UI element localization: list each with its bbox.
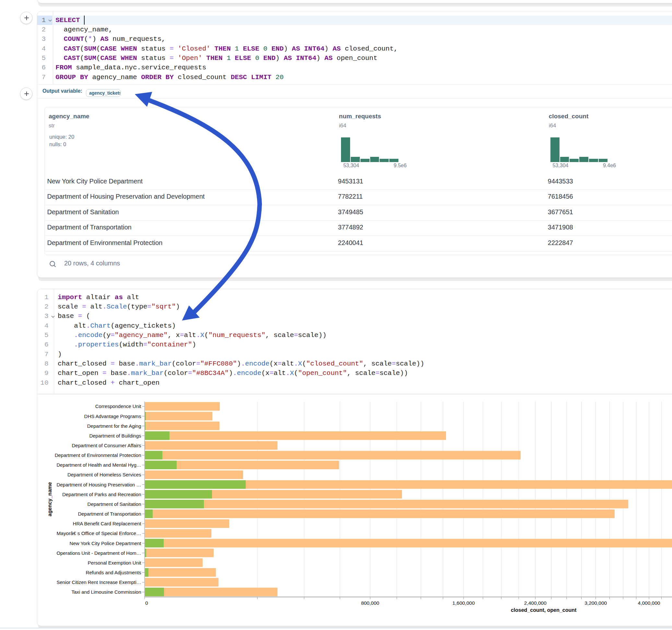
svg-text:2,400,000: 2,400,000 (524, 600, 547, 606)
svg-text:Mayorâ€ s Office of Special En: Mayorâ€ s Office of Special Enforce… (57, 531, 141, 536)
svg-text:Operations Unit - Department o: Operations Unit - Department of Hom… (57, 550, 141, 556)
svg-text:Department of Homeless Service: Department of Homeless Services (67, 472, 141, 477)
svg-text:Department of Transportation: Department of Transportation (78, 511, 141, 516)
svg-text:3,200,000: 3,200,000 (584, 600, 607, 606)
svg-text:1,600,000: 1,600,000 (453, 600, 475, 606)
svg-text:DHS Advantage Programs: DHS Advantage Programs (84, 413, 141, 419)
svg-text:New York City Police Departmen: New York City Police Department (70, 540, 142, 546)
svg-text:closed_count, open_count: closed_count, open_count (511, 607, 577, 613)
svg-text:Department of Environmental Pr: Department of Environmental Protection (55, 453, 141, 458)
svg-text:Department of Consumer Affairs: Department of Consumer Affairs (72, 443, 141, 448)
svg-text:Taxi and Limousine Commission: Taxi and Limousine Commission (71, 589, 141, 595)
svg-text:Department of Health and Menta: Department of Health and Mental Hyg… (57, 462, 141, 468)
svg-text:0: 0 (145, 600, 148, 606)
svg-text:Department of Housing Preserva: Department of Housing Preservation … (57, 482, 141, 487)
svg-text:Refunds and Adjustments: Refunds and Adjustments (86, 570, 141, 575)
svg-text:Department of Buildings: Department of Buildings (89, 433, 141, 438)
svg-text:Department of Sanitation: Department of Sanitation (88, 501, 141, 507)
svg-text:Department of Parks and Recrea: Department of Parks and Recreation (62, 492, 141, 497)
svg-text:Senior Citizen Rent Increase E: Senior Citizen Rent Increase Exempti… (57, 579, 141, 585)
svg-text:agency_name: agency_name (47, 482, 52, 516)
svg-text:Department for the Aging: Department for the Aging (87, 423, 141, 429)
svg-text:4,000,000: 4,000,000 (638, 600, 660, 606)
svg-text:800,000: 800,000 (361, 600, 379, 606)
svg-text:HRA Benefit Card Replacement: HRA Benefit Card Replacement (73, 521, 142, 526)
svg-text:Personal Exemption Unit: Personal Exemption Unit (88, 560, 141, 565)
svg-text:Correspondence Unit: Correspondence Unit (95, 404, 142, 409)
